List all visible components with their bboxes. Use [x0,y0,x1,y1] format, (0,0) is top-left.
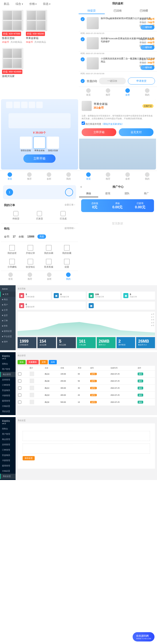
agree-checkbox[interactable] [82,122,85,125]
nav-cabinet[interactable]: 盒柜 [39,172,59,181]
sidebar-item[interactable]: 用户管理 [0,367,16,372]
edit-button[interactable]: 编辑 [138,387,143,389]
tab-sort[interactable]: 综合 [16,2,23,6]
withdraw-link[interactable]: 提现明细 › [65,227,75,230]
nav-recommend[interactable]: 推荐 [20,172,39,181]
nav-cabinet[interactable]: 盒柜 [118,172,137,181]
cabinet-item[interactable]: ✓ 燕诗曼Ficcecode坚果油洗发水发膜冲轻盈柔顺洗发露毛躁修护 开盒价: … [79,35,157,52]
all-button[interactable]: 全部 [40,360,48,364]
recycle-all-button[interactable]: 一键回收 [99,78,126,84]
item-check[interactable]: ✓ [81,17,85,21]
gift-button[interactable]: 一键转赠 [140,65,154,70]
nav-recommend[interactable]: 推荐 [98,88,118,97]
sidebar-item[interactable]: ■ 提现设置 [0,329,16,334]
sidebar-item[interactable]: 控制台 [0,426,16,431]
sidebar-item[interactable]: 卡密管理 [0,393,16,398]
sidebar-item[interactable]: 房间管理 [0,377,16,382]
nav-profile[interactable]: 我的 [59,272,78,281]
sidebar-item[interactable]: ■ 平台设置 [0,334,16,339]
share-earn[interactable]: 分享赚钱 [3,259,21,269]
edit-button[interactable]: 编辑 [138,373,143,375]
orders-more-link[interactable]: 全部订单 › [65,203,75,207]
settings[interactable]: 设置 [58,259,76,269]
sidebar-item[interactable]: 用户管理 [0,431,16,437]
product-card[interactable]: 价值: ¥39~¥9290 苹果全家福 39金币共35款商品 [26,10,47,44]
recharge-button[interactable]: 充值 [37,234,46,239]
box-cat[interactable]: 游戏大玩家 [47,137,59,152]
nav-profile[interactable]: 我的 [137,88,157,97]
promo-tab-withdraw[interactable]: 提现 [98,190,118,197]
order-pending[interactable]: 待发货 [4,211,28,220]
row-check[interactable] [18,379,21,383]
open-now-button[interactable]: 立即开箱 [82,128,116,136]
edit-button[interactable]: 编辑 [138,394,143,396]
go-pay-button[interactable]: 去充支付 [119,128,153,136]
table-row[interactable]: 商品E 599.00 10 房间3 2022-07-25 编辑 [18,399,155,406]
cabinet-item[interactable]: ✓ 小浣熊洗澡洗发沐浴露二合一氨基酸儿童新生宝宝洗护用品 开盒价: 39金币 市… [79,55,157,72]
order-shipped[interactable]: 已发货 [28,211,51,220]
sidebar-item[interactable]: ■ 文章 [0,307,16,313]
item-check[interactable]: ✓ [81,37,85,41]
select-all-check[interactable]: ✓ [81,79,85,83]
tab-new[interactable]: 新品 [4,2,9,6]
box-cat[interactable]: 惊喜百货箱 [20,137,32,152]
sidebar-item[interactable]: 控制台 [0,361,16,367]
table-row[interactable]: 商品B 299.00 50 房间1 2022-07-25 编辑 [18,378,155,385]
nav-cabinet[interactable]: 盒柜 [118,88,137,97]
save-button[interactable]: 保存设置 [23,456,35,460]
sidebar-item[interactable]: ■ 盒盲 [0,313,16,318]
open-history[interactable]: 开箱记录 [21,245,40,255]
my-balance[interactable]: 我的余额 [39,245,58,255]
nav-recommend[interactable]: 推荐 [20,272,40,281]
sidebar-item[interactable]: 系统设置 [0,474,16,479]
pay-agreement[interactable]: 我已阅读并同意《萌哒开盒买家须知》 [82,122,154,126]
item-check[interactable]: ✓ [81,57,85,61]
box-cat[interactable]: 苹果全家福 [33,137,45,152]
row-check[interactable] [18,400,21,404]
gift-button[interactable]: 一键转赠 [140,25,154,30]
promo-tab-commission[interactable]: 佣金 [79,190,98,197]
tab-filter[interactable]: 筛选 [43,2,50,6]
nav-recommend[interactable]: 推荐 [98,172,118,181]
edit-button[interactable]: 编辑 [138,401,143,404]
my-favorites[interactable]: 我的收藏 [58,245,76,255]
sidebar-item[interactable]: 商品管理 [0,372,16,377]
delete-button[interactable]: 批量删除 [27,360,39,364]
sidebar-item[interactable]: 房间管理 [0,442,16,447]
sidebar-item[interactable]: ■ 用户 [0,302,16,307]
nav-home[interactable]: 首页 [1,272,20,281]
promo-tab-promote[interactable]: 推广 [137,190,156,197]
open-box-button[interactable]: 立即开箱 [23,154,56,163]
row-check[interactable] [18,372,21,376]
sidebar-item[interactable]: ■ 订单 [0,318,16,323]
product-card[interactable]: 价值: ¥59~¥24999 游戏大玩家 [2,48,23,78]
sidebar-item[interactable]: ■ 主页 [0,292,16,297]
sidebar-item[interactable]: 盲盒物流 [0,388,16,393]
sidebar-item[interactable]: 订单管理 [0,382,16,388]
order-done[interactable]: 已兑成 [51,211,75,220]
sidebar-item[interactable]: 系统设置 [0,409,16,414]
add-button[interactable]: 添加 [18,360,26,364]
sidebar-item[interactable]: ■ 财务 [0,323,16,329]
sidebar-item[interactable]: 盲盒物流 [0,453,16,458]
sidebar-item[interactable]: 商品管理 [0,437,16,442]
sidebar-item[interactable]: ■ 商品 [0,297,16,302]
gift-button[interactable]: 一键转赠 [140,45,154,50]
room-button[interactable]: 房间 [49,360,57,364]
nav-profile[interactable]: 我的 [137,172,157,181]
sidebar-item[interactable]: 提现管理 [0,398,16,404]
tab-price[interactable]: 价格 [29,2,37,6]
sidebar-item[interactable]: 订单管理 [0,447,16,453]
cab-tab-pending[interactable]: 待提货 [79,8,105,14]
ship-button[interactable]: 申请发货 [128,77,155,85]
nav-home[interactable]: 首页 [0,172,20,181]
sidebar-item[interactable]: 提现管理 [0,463,16,468]
sidebar-item[interactable]: 卡密管理 [0,458,16,463]
agreement-link[interactable]: 《萌哒开盒买家须知》 [101,123,124,125]
table-row[interactable]: 商品A 199.00 99 房间1 2022-07-25 编辑 [18,371,155,378]
nav-profile[interactable]: 我的 [59,172,78,181]
nav-home[interactable]: 首页 [79,88,98,97]
nav-home[interactable]: 首页 [79,172,98,181]
support[interactable]: 联系客服 [39,259,58,269]
row-check[interactable] [18,393,21,397]
